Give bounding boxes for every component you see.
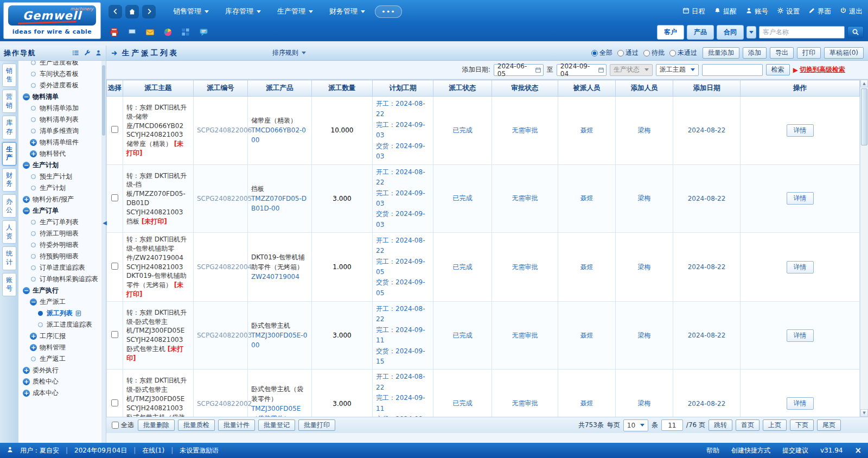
tree-item[interactable]: 订单物料采购追踪表 xyxy=(18,273,101,285)
tree-item[interactable]: 待预购明细表 xyxy=(18,251,101,262)
tree-item[interactable]: 生产计划 xyxy=(18,182,101,194)
tree-scrollbar-thumb[interactable] xyxy=(102,65,105,136)
tree-item[interactable]: 生产进度看板 xyxy=(18,61,101,68)
tree-item[interactable]: −生产执行 xyxy=(18,285,101,296)
collapse-icon[interactable]: − xyxy=(30,298,37,306)
last-page-button[interactable]: 尾页 xyxy=(817,419,841,431)
module-tab-office[interactable]: 办公 xyxy=(2,194,16,218)
row-checkbox[interactable] xyxy=(111,263,118,270)
back-button[interactable] xyxy=(108,5,122,18)
tab-dropdown-button[interactable] xyxy=(746,26,756,39)
module-tab-marketing[interactable]: 营销 xyxy=(2,90,16,113)
tree-item[interactable]: +物料分析/报产 xyxy=(18,194,101,205)
quick-power[interactable]: 退出 xyxy=(840,7,863,16)
home-button[interactable] xyxy=(125,5,139,18)
production-status-select[interactable]: 生产状态 xyxy=(610,64,653,76)
filter-radio[interactable]: 全部 xyxy=(591,48,612,58)
tree-item[interactable]: +质检中心 xyxy=(18,376,101,387)
draft-box-button[interactable]: 草稿箱(0) xyxy=(824,47,864,59)
tree-item[interactable]: 派工进度追踪表 xyxy=(18,319,101,330)
menu-inventory[interactable]: 库存管理 xyxy=(219,4,267,18)
tree-item[interactable]: +物料替代 xyxy=(18,148,101,160)
search-submit-button[interactable] xyxy=(847,26,864,39)
module-tab-inventory[interactable]: 库存 xyxy=(2,116,16,139)
submit-suggestion-link[interactable]: 提交建议 xyxy=(782,446,808,455)
menu-production[interactable]: 生产管理 xyxy=(271,4,320,18)
tree-item[interactable]: 待委外明细表 xyxy=(18,239,101,251)
tree-item[interactable]: 预生产计划 xyxy=(18,171,101,182)
keyword-input[interactable] xyxy=(702,64,763,76)
sort-rule-dropdown[interactable]: 排序规则 xyxy=(272,48,306,58)
expand-icon[interactable]: + xyxy=(23,390,30,397)
detail-button[interactable]: 详情 xyxy=(787,261,814,273)
module-tab-account[interactable]: 账号 xyxy=(2,273,16,296)
expand-icon[interactable]: + xyxy=(30,150,37,157)
menu-finance[interactable]: 财务管理 xyxy=(323,4,372,18)
date-from-input[interactable]: 2024-06-05 xyxy=(494,64,544,76)
chat-icon[interactable] xyxy=(198,27,209,37)
monitor-icon[interactable] xyxy=(126,27,137,37)
radio-input[interactable] xyxy=(617,50,624,56)
tree-item[interactable]: −生产派工 xyxy=(18,296,101,308)
module-tab-production[interactable]: 生产 xyxy=(2,142,16,166)
close-icon[interactable]: × xyxy=(854,446,861,455)
page-number-input[interactable] xyxy=(661,419,683,431)
batch-delete-button[interactable]: 批量删除 xyxy=(138,419,175,431)
collapse-icon[interactable]: − xyxy=(23,93,30,100)
tree-item[interactable]: 生产订单列表 xyxy=(18,217,101,228)
quick-calendar[interactable]: 日程 xyxy=(682,7,705,16)
detail-button[interactable]: 详情 xyxy=(787,329,814,342)
tree-item[interactable]: −生产计划 xyxy=(18,160,101,171)
tree-item[interactable]: 生产返工 xyxy=(18,353,101,365)
per-page-select[interactable]: 10 xyxy=(623,419,648,431)
tree-item[interactable]: +物料清单组件 xyxy=(18,137,101,148)
create-shortcut-link[interactable]: 创建快捷方式 xyxy=(731,446,770,455)
apps-grid-icon[interactable] xyxy=(180,27,191,37)
module-tab-hr[interactable]: 人资 xyxy=(2,220,16,244)
batch-add-button[interactable]: 批量添加 xyxy=(703,47,739,59)
quick-interface[interactable]: 界面 xyxy=(808,7,831,16)
radio-input[interactable] xyxy=(669,50,676,56)
tree-item[interactable]: 物料清单列表 xyxy=(18,114,101,125)
search-button[interactable]: 检索 xyxy=(766,64,790,75)
tab-product[interactable]: 产品 xyxy=(687,25,714,40)
tree-item[interactable]: 派工列表 xyxy=(18,308,101,319)
tree-item[interactable]: +成本中心 xyxy=(18,387,101,399)
tree-item[interactable]: +工序汇报 xyxy=(18,330,101,342)
expand-icon[interactable]: + xyxy=(23,367,30,374)
radio-input[interactable] xyxy=(591,50,598,56)
mail-icon[interactable] xyxy=(144,27,155,37)
select-all-checkbox[interactable] xyxy=(112,422,119,429)
print-button[interactable]: 打印 xyxy=(797,47,821,59)
tree-item[interactable]: 订单进度追踪表 xyxy=(18,262,101,273)
first-page-button[interactable]: 首页 xyxy=(736,419,760,431)
tree-item[interactable]: −物料清单 xyxy=(18,91,101,103)
advanced-search-link[interactable]: ▶切换到高级检索 xyxy=(793,65,845,74)
detail-button[interactable]: 详情 xyxy=(787,397,814,410)
forward-button[interactable] xyxy=(142,5,156,18)
radio-input[interactable] xyxy=(643,50,650,56)
quick-user[interactable]: 账号 xyxy=(745,7,768,16)
scroll-up-arrow[interactable]: ▲ xyxy=(860,80,868,87)
expand-icon[interactable]: + xyxy=(23,196,30,203)
row-checkbox[interactable] xyxy=(111,126,118,133)
table-scrollbar-thumb[interactable] xyxy=(861,88,867,145)
expand-icon[interactable]: + xyxy=(30,333,37,340)
fax-icon[interactable] xyxy=(108,27,119,37)
batch-register-button[interactable]: 批量登记 xyxy=(258,419,295,431)
tree-item[interactable]: −生产订单 xyxy=(18,205,101,217)
menu-sales[interactable]: 销售管理 xyxy=(167,4,215,18)
tree-item[interactable]: +委外执行 xyxy=(18,365,101,376)
tree-item[interactable]: 委外进度看板 xyxy=(18,80,101,91)
list-view-icon[interactable] xyxy=(72,49,79,56)
online-count[interactable]: 在线(1) xyxy=(142,446,164,455)
palette-icon[interactable] xyxy=(162,27,173,37)
module-tab-sales[interactable]: 销售 xyxy=(2,63,16,87)
tree-item[interactable]: 清单多维查询 xyxy=(18,125,101,137)
batch-qc-button[interactable]: 批量质检 xyxy=(178,419,215,431)
collapse-icon[interactable]: − xyxy=(23,287,30,294)
filter-radio[interactable]: 通过 xyxy=(617,48,639,58)
tab-contract[interactable]: 合同 xyxy=(717,25,744,40)
help-link[interactable]: 帮助 xyxy=(706,446,719,455)
expand-icon[interactable]: + xyxy=(23,378,30,385)
